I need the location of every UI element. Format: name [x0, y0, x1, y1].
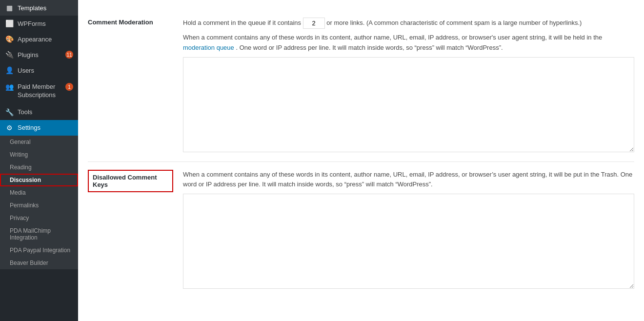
hold-links-input[interactable] [303, 18, 325, 29]
submenu-general[interactable]: General [0, 136, 78, 148]
sidebar-item-wpforms[interactable]: ⬜ WPForms [0, 16, 78, 31]
disallowed-comment-keys-content: When a comment contains any of these wor… [183, 170, 634, 291]
sidebar-item-label: Templates [18, 4, 46, 12]
disallowed-comment-keys-row: Disallowed Comment Keys When a comment c… [88, 162, 634, 299]
comment-moderation-textarea[interactable] [183, 57, 634, 152]
tools-icon: 🔧 [5, 108, 14, 116]
submenu-reading[interactable]: Reading [0, 161, 78, 174]
sidebar-item-label: Settings [18, 124, 40, 131]
sidebar-item-label: Tools [18, 108, 32, 116]
templates-icon: ▦ [5, 4, 14, 12]
comment-moderation-label: Comment Moderation [88, 18, 173, 26]
sidebar-item-appearance[interactable]: 🎨 Appearance [0, 31, 78, 47]
submenu-media[interactable]: Media [0, 186, 78, 199]
submenu-writing[interactable]: Writing [0, 148, 78, 161]
plugins-badge: 11 [65, 51, 73, 59]
disallowed-comment-keys-label: Disallowed Comment Keys [88, 170, 173, 192]
moderation-queue-link[interactable]: moderation queue [183, 44, 234, 51]
plugins-icon: 🔌 [5, 51, 14, 59]
sidebar-item-plugins[interactable]: 🔌 Plugins 11 [0, 47, 78, 62]
submenu-permalinks[interactable]: Permalinks [0, 199, 78, 212]
submenu-pda-paypal[interactable]: PDA Paypal Integration [0, 244, 78, 257]
sidebar-item-users[interactable]: 👤 Users [0, 62, 78, 78]
sidebar-item-settings[interactable]: ⚙ Settings [0, 120, 78, 136]
main-content: Comment Moderation Hold a comment in the… [78, 0, 644, 321]
sidebar-item-templates[interactable]: ▦ Templates [0, 0, 78, 16]
settings-icon: ⚙ [5, 124, 14, 132]
sidebar: ▦ Templates ⬜ WPForms 🎨 Appearance 🔌 Plu… [0, 0, 78, 321]
disallowed-comment-keys-textarea[interactable] [183, 194, 634, 289]
submenu-privacy[interactable]: Privacy [0, 212, 78, 224]
moderation-description: When a comment contains any of these wor… [183, 33, 634, 53]
sidebar-item-label: Paid Member Subscriptions [18, 83, 61, 100]
sidebar-item-label: Appearance [18, 36, 52, 43]
comment-moderation-content: Hold a comment in the queue if it contai… [183, 18, 634, 154]
submenu-beaver-builder[interactable]: Beaver Builder [0, 257, 78, 269]
settings-content-area: Comment Moderation Hold a comment in the… [78, 0, 644, 321]
submenu-discussion[interactable]: Discussion [0, 174, 78, 186]
sidebar-item-tools[interactable]: 🔧 Tools [0, 104, 78, 120]
sidebar-item-paid-member[interactable]: 👥 Paid Member Subscriptions 1 [0, 78, 78, 104]
wpforms-icon: ⬜ [5, 20, 14, 27]
comment-moderation-row: Comment Moderation Hold a comment in the… [88, 10, 634, 162]
submenu-pda-mailchimp[interactable]: PDA MailChimp Integration [0, 224, 78, 244]
users-icon: 👤 [5, 66, 14, 74]
sidebar-item-label: Users [18, 67, 34, 74]
sidebar-item-label: Plugins [18, 51, 39, 59]
appearance-icon: 🎨 [5, 35, 14, 43]
sidebar-item-label: WPForms [18, 20, 46, 27]
hold-comment-text: Hold a comment in the queue if it contai… [183, 18, 634, 29]
paid-member-icon: 👥 [5, 83, 14, 91]
disallowed-description: When a comment contains any of these wor… [183, 170, 634, 190]
settings-submenu: General Writing Reading Discussion Media… [0, 136, 78, 269]
paid-member-badge: 1 [65, 83, 73, 91]
